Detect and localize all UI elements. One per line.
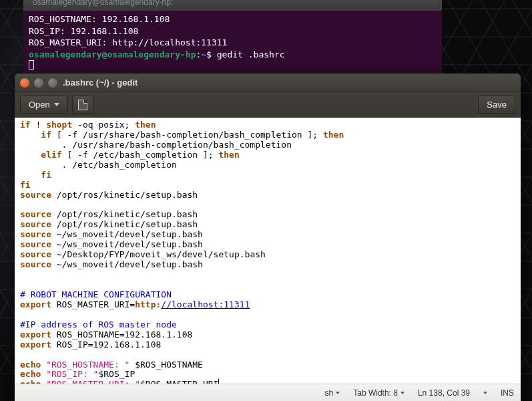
open-label: Open (29, 100, 50, 110)
terminal-window: osamalegendary@osamalegendary-hp: ROS_HO… (23, 0, 442, 85)
maximize-button[interactable] (48, 78, 57, 88)
terminal-line: ROS_IP: 192.168.1.108 (29, 25, 437, 37)
editor-textarea[interactable]: if ! shopt -oq posix; then if [ -f /usr/… (15, 118, 521, 384)
tab-width-selector[interactable]: Tab Width: 8 (353, 388, 405, 398)
minimize-button[interactable] (34, 78, 43, 88)
terminal-title: osamalegendary@osamalegendary-hp: (33, 0, 173, 7)
save-button[interactable]: Save (478, 96, 515, 114)
chevron-down-icon (54, 103, 59, 106)
editor-cursor (218, 379, 219, 384)
save-label: Save (487, 100, 507, 110)
new-document-icon (78, 100, 87, 110)
new-document-button[interactable] (72, 96, 93, 114)
terminal-prompt-line: osamalegendary@osamalegendary-hp:~$ gedi… (29, 49, 437, 61)
tab-width-label: Tab Width: 8 (353, 388, 398, 398)
terminal-line: ROS_MASTER_URI: http://localhost:11311 (29, 37, 437, 49)
statusbar: sh Tab Width: 8 Ln 138, Col 39 INS (15, 384, 521, 401)
cursor-position: Ln 138, Col 39 (418, 388, 470, 398)
language-label: sh (325, 388, 334, 398)
gedit-window: .bashrc (~/) - gedit Open Save if ! shop… (15, 74, 521, 401)
terminal-line: ROS_HOSTNAME: 192.168.1.108 (29, 13, 437, 25)
chevron-down-icon (336, 392, 340, 394)
language-selector[interactable]: sh (325, 388, 340, 398)
gedit-window-title: .bashrc (~/) - gedit (63, 78, 138, 88)
terminal-cursor (29, 60, 34, 70)
terminal-titlebar[interactable]: osamalegendary@osamalegendary-hp: (23, 0, 442, 11)
window-controls (20, 78, 57, 88)
close-button[interactable] (20, 78, 29, 88)
gedit-titlebar[interactable]: .bashrc (~/) - gedit (15, 74, 521, 92)
insert-mode[interactable]: INS (501, 388, 514, 398)
gedit-toolbar: Open Save (15, 92, 521, 118)
chevron-down-icon (483, 392, 487, 394)
chevron-down-icon (401, 392, 405, 394)
open-button[interactable]: Open (20, 96, 68, 114)
statusbar-menu[interactable] (483, 392, 487, 394)
